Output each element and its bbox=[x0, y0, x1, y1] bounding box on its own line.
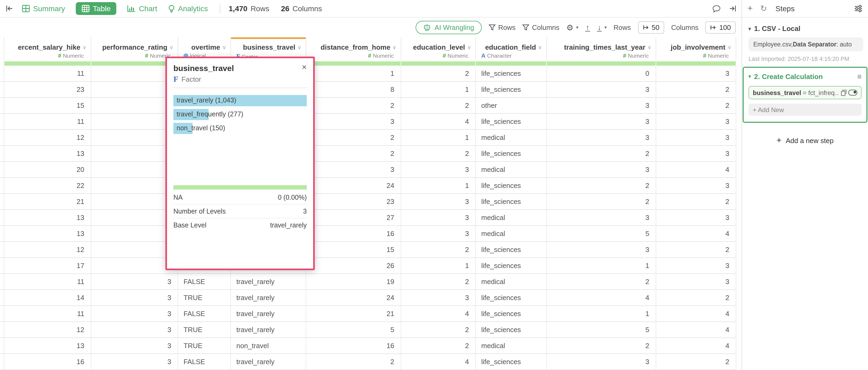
step-2-card[interactable]: ▾ 2. Create Calculation ≡ business_trave… bbox=[743, 67, 867, 123]
comment-icon[interactable] bbox=[712, 4, 721, 12]
filter-rows-button[interactable]: Rows bbox=[488, 24, 515, 31]
add-new-calculation-button[interactable]: + Add New bbox=[748, 104, 862, 116]
table-settings-button[interactable]: ⚙ ▾ bbox=[566, 23, 578, 32]
bar-chart-icon bbox=[127, 5, 136, 12]
table-row[interactable]: 1221medical33 bbox=[0, 130, 736, 146]
rows-count: 1,470 bbox=[228, 4, 247, 13]
table-cell: 4 bbox=[656, 322, 736, 337]
column-header-job_involvement[interactable]: job_involvement∨#Numeric bbox=[656, 37, 736, 61]
sliders-icon[interactable] bbox=[854, 5, 863, 12]
table-row[interactable]: 113FALSEtravel_rarely192medical23 bbox=[0, 274, 736, 290]
gutter-cell bbox=[0, 194, 4, 209]
table-cell: 2 bbox=[401, 98, 476, 113]
tab-table[interactable]: Table bbox=[76, 2, 117, 15]
table-row[interactable]: 2381life_sciences32 bbox=[0, 82, 736, 98]
gutter-cell bbox=[0, 114, 4, 129]
collapse-right-icon[interactable] bbox=[729, 5, 737, 12]
step-1-source-chip[interactable]: Employee.csv, Data Separator: auto bbox=[748, 37, 863, 51]
numeric-type-icon: # bbox=[58, 52, 61, 59]
chevron-down-icon[interactable]: ∨ bbox=[647, 44, 651, 50]
gutter-cell bbox=[0, 162, 4, 177]
table-row[interactable]: 22241life_sciences23 bbox=[0, 178, 736, 194]
table-cell: 2 bbox=[656, 82, 736, 97]
table-row[interactable]: 12152life_sciences32 bbox=[0, 242, 736, 258]
upload-icon[interactable]: ↑ bbox=[585, 24, 590, 31]
column-type-label: Numeric bbox=[63, 52, 84, 59]
chevron-down-icon[interactable]: ∨ bbox=[169, 44, 174, 50]
copy-icon[interactable] bbox=[841, 89, 847, 96]
collapse-left-icon[interactable] bbox=[5, 5, 13, 12]
download-icon: ↓ bbox=[597, 24, 602, 31]
table-cell: TRUE bbox=[178, 322, 231, 337]
chevron-down-icon[interactable]: ∨ bbox=[393, 44, 396, 50]
refresh-icon[interactable]: ↻ bbox=[760, 4, 767, 13]
table-cell: 2 bbox=[401, 66, 476, 81]
tab-label: Summary bbox=[33, 4, 65, 13]
columns-limit-input[interactable]: 100 bbox=[706, 21, 736, 34]
table-row[interactable]: 1112life_sciences03 bbox=[0, 66, 736, 82]
table-cell: 2 bbox=[656, 242, 736, 257]
chevron-down-icon[interactable]: ∨ bbox=[298, 44, 302, 50]
table-row[interactable]: 133TRUEnon_travel162medical24 bbox=[0, 338, 736, 354]
table-cell: travel_rarely bbox=[231, 290, 306, 305]
column-header-training_times_last_year[interactable]: training_times_last_year∨#Numeric bbox=[547, 37, 656, 61]
separator-value: : auto bbox=[837, 41, 852, 48]
chevron-down-icon[interactable]: ∨ bbox=[467, 44, 471, 50]
filter-columns-button[interactable]: Columns bbox=[522, 24, 559, 31]
column-header-ercent_salary_hike[interactable]: ercent_salary_hike∨#Numeric bbox=[4, 37, 91, 61]
table-row[interactable]: 143TRUEtravel_rarely243life_sciences42 bbox=[0, 290, 736, 306]
step-2-header[interactable]: ▾ 2. Create Calculation ≡ bbox=[748, 72, 862, 81]
column-header-distance_from_home[interactable]: distance_from_home∨#Numeric bbox=[306, 37, 401, 61]
chevron-down-icon[interactable]: ∨ bbox=[83, 44, 86, 50]
bar-label: non_travel (150) bbox=[174, 123, 307, 134]
add-new-step-button[interactable]: + Add a new step bbox=[742, 136, 868, 145]
add-step-icon[interactable]: + bbox=[747, 3, 753, 14]
table-row[interactable]: 1134life_sciences33 bbox=[0, 114, 736, 130]
step-menu-icon[interactable]: ≡ bbox=[857, 72, 862, 81]
step-1-header[interactable]: ▾ 1. CSV - Local bbox=[748, 25, 868, 33]
download-button[interactable]: ↓ ▾ bbox=[597, 24, 607, 31]
toggle-on-icon[interactable] bbox=[848, 90, 857, 95]
table-cell: 2 bbox=[306, 98, 401, 113]
tab-summary[interactable]: Summary bbox=[22, 4, 65, 13]
table-cell: 12 bbox=[4, 242, 91, 257]
table-cell: 11 bbox=[4, 274, 91, 289]
table-row[interactable]: 13273medical33 bbox=[0, 210, 736, 226]
calculation-chip[interactable]: business_travel = fct_infreq… bbox=[748, 86, 862, 99]
table-cell: life_sciences bbox=[476, 146, 547, 161]
gutter-quality bbox=[0, 61, 4, 66]
table-cell: 3 bbox=[547, 162, 656, 177]
table-row[interactable]: 21233life_sciences22 bbox=[0, 194, 736, 210]
table-row[interactable]: 113FALSEtravel_rarely214life_sciences14 bbox=[0, 306, 736, 322]
table-row[interactable]: 1522other32 bbox=[0, 98, 736, 114]
gutter-cell bbox=[0, 210, 4, 225]
table-cell: 3 bbox=[547, 130, 656, 145]
ai-wrangling-button[interactable]: AI Wrangling bbox=[415, 21, 482, 34]
table-cell: 3 bbox=[547, 354, 656, 369]
table-row[interactable]: 17261life_sciences13 bbox=[0, 258, 736, 274]
popup-divider bbox=[172, 88, 308, 88]
table-cell: 2 bbox=[306, 354, 401, 369]
table-cell: life_sciences bbox=[476, 178, 547, 193]
close-icon[interactable]: × bbox=[302, 63, 307, 71]
table-row[interactable]: 1322life_sciences23 bbox=[0, 146, 736, 162]
table-cell: 3 bbox=[547, 210, 656, 225]
table-cell: 5 bbox=[306, 322, 401, 337]
column-header-education_level[interactable]: education_level∨#Numeric bbox=[401, 37, 476, 61]
tab-chart[interactable]: Chart bbox=[127, 4, 157, 13]
table-row[interactable]: 123TRUEtravel_rarely52life_sciences54 bbox=[0, 322, 736, 338]
rows-limit-input[interactable]: 50 bbox=[638, 21, 664, 34]
tab-analytics[interactable]: Analytics bbox=[168, 4, 208, 13]
calc-expression: = fct_infreq… bbox=[803, 89, 839, 96]
chevron-down-icon[interactable]: ∨ bbox=[538, 44, 542, 50]
table-row[interactable]: 13163medical54 bbox=[0, 226, 736, 242]
table-cell: life_sciences bbox=[476, 290, 547, 305]
table-cell: 3 bbox=[656, 146, 736, 161]
table-row[interactable]: 2033medical34 bbox=[0, 162, 736, 178]
column-header-education_field[interactable]: education_field∨ACharacter bbox=[476, 37, 547, 61]
chevron-down-icon[interactable]: ∨ bbox=[222, 44, 226, 50]
funnel-icon bbox=[488, 24, 495, 31]
table-row[interactable]: 163FALSEtravel_rarely24life_sciences32 bbox=[0, 354, 736, 370]
chevron-down-icon[interactable]: ∨ bbox=[727, 44, 732, 50]
table-cell: 2 bbox=[401, 146, 476, 161]
